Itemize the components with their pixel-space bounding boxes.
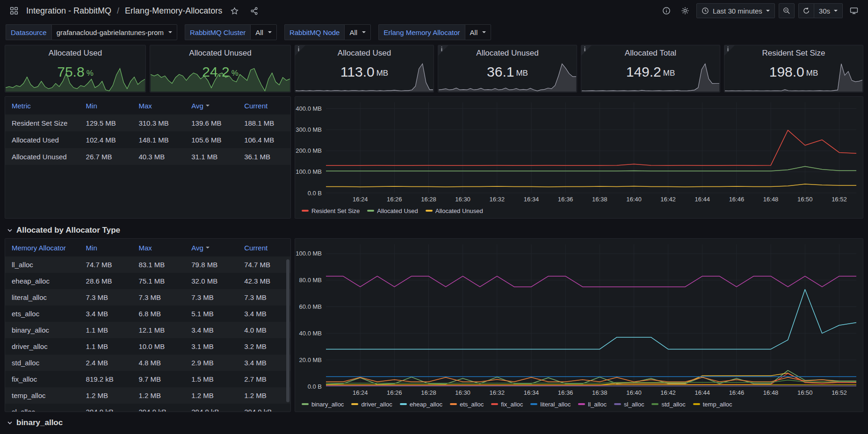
legend-item-ll-alloc[interactable]: ll_alloc	[578, 401, 607, 408]
column-header-memory-allocator[interactable]: Memory Allocator	[5, 244, 80, 252]
cell-value: 1.2 MB	[80, 391, 132, 399]
row-title: Allocated by Allocator Type	[16, 226, 120, 235]
column-header-max[interactable]: Max	[132, 244, 185, 252]
legend-item-allocated-used[interactable]: Allocated Used	[367, 207, 418, 214]
svg-text:100.0 MB: 100.0 MB	[296, 168, 322, 175]
chevron-down-icon	[482, 31, 486, 33]
panel-info-corner-icon[interactable]	[295, 45, 305, 56]
cell-value: 106.4 MB	[238, 136, 290, 144]
row-title: binary_alloc	[16, 418, 63, 427]
legend-series-label: fix_alloc	[501, 401, 523, 408]
row-toggle-binary-alloc[interactable]: binary_alloc	[5, 416, 863, 430]
legend-series-swatch	[351, 403, 358, 405]
dashboard-insights-icon[interactable]	[659, 3, 674, 18]
cell-value: 105.6 MB	[185, 136, 238, 144]
column-header-current[interactable]: Current	[238, 244, 290, 252]
sort-desc-icon	[206, 105, 210, 107]
table-row: Allocated Used102.4 MB148.1 MB105.6 MB10…	[5, 131, 290, 148]
cell-value: 74.7 MB	[238, 261, 290, 269]
legend-series-swatch	[651, 403, 658, 405]
svg-text:16:32: 16:32	[490, 389, 505, 396]
share-icon[interactable]	[246, 3, 261, 18]
dashboard-settings-gear-icon[interactable]	[678, 3, 693, 18]
kiosk-monitor-icon[interactable]	[846, 3, 861, 18]
table-body: ll_alloc74.7 MB83.1 MB79.8 MB74.7 MBehea…	[5, 256, 290, 412]
legend-item-driver-alloc[interactable]: driver_alloc	[351, 401, 392, 408]
legend-series-label: eheap_alloc	[410, 401, 442, 408]
cell-value: 7.3 MB	[238, 293, 290, 301]
cell-value: 1.2 MB	[185, 391, 238, 399]
svg-text:80.0 MB: 80.0 MB	[299, 277, 322, 284]
svg-text:16:50: 16:50	[797, 196, 813, 203]
node-select[interactable]: All	[344, 24, 371, 40]
cell-value: 7.3 MB	[132, 293, 185, 301]
variable-label: Erlang Memory Allocator	[378, 24, 464, 40]
allocator-select[interactable]: All	[465, 24, 492, 40]
selected-value: grafanacloud-gabrielantunes-prom	[57, 28, 164, 36]
row-toggle-allocated-by-allocator-type[interactable]: Allocated by Allocator Type	[5, 222, 863, 238]
legend-item-allocated-unused[interactable]: Allocated Unused	[426, 207, 483, 214]
favorite-star-icon[interactable]	[227, 3, 242, 18]
cell-value: 26.7 MB	[80, 153, 132, 161]
legend-item-std-alloc[interactable]: std_alloc	[651, 401, 685, 408]
apps-grid-icon[interactable]	[7, 3, 22, 18]
timeseries-chart[interactable]: 0.0 B100.0 MB200.0 MB300.0 MB400.0 MB16:…	[295, 97, 863, 205]
svg-text:40.0 MB: 40.0 MB	[299, 330, 322, 337]
column-header-current[interactable]: Current	[238, 102, 290, 110]
legend-series-label: binary_alloc	[311, 401, 344, 408]
scrollbar-thumb[interactable]	[286, 259, 289, 402]
svg-text:16:44: 16:44	[695, 389, 710, 396]
chevron-down-icon	[7, 420, 13, 426]
cluster-select[interactable]: All	[250, 24, 277, 40]
cell-value: 10.0 MB	[132, 342, 185, 350]
table-row: binary_alloc1.1 MB12.1 MB3.4 MB4.0 MB	[5, 322, 290, 338]
column-header-avg[interactable]: Avg	[185, 102, 238, 110]
column-header-avg[interactable]: Avg	[185, 244, 238, 252]
panel-info-corner-icon[interactable]	[438, 45, 448, 56]
cell-value: 28.6 MB	[80, 277, 132, 285]
legend-series-label: ets_alloc	[460, 401, 484, 408]
svg-text:16:40: 16:40	[626, 196, 642, 203]
legend-item-fix-alloc[interactable]: fix_alloc	[491, 401, 523, 408]
chevron-down-icon	[362, 31, 366, 33]
breadcrumb-page-title[interactable]: Erlang-Memory-Allocators	[125, 6, 222, 16]
refresh-icon	[803, 7, 810, 14]
svg-text:20.0 MB: 20.0 MB	[299, 356, 322, 363]
time-range-picker[interactable]: Last 30 minutes	[696, 3, 775, 18]
row-label: driver_alloc	[5, 342, 80, 350]
panel-info-corner-icon[interactable]	[724, 45, 735, 56]
legend-item-resident-set-size[interactable]: Resident Set Size	[302, 207, 360, 214]
column-header-min[interactable]: Min	[80, 244, 132, 252]
legend-series-label: Resident Set Size	[311, 207, 360, 214]
legend-item-temp-alloc[interactable]: temp_alloc	[693, 401, 732, 408]
svg-text:16:26: 16:26	[387, 196, 402, 203]
row-label: ets_alloc	[5, 310, 80, 318]
zoom-out-button[interactable]	[779, 3, 795, 18]
cell-value: 294.9 kB	[185, 408, 238, 412]
cell-value: 3.2 MB	[238, 342, 290, 350]
svg-text:16:46: 16:46	[729, 389, 745, 396]
column-header-max[interactable]: Max	[132, 102, 185, 110]
svg-text:100.0 MB: 100.0 MB	[296, 250, 322, 257]
table-row: Resident Set Size129.5 MB310.3 MB139.6 M…	[5, 114, 290, 131]
refresh-button[interactable]	[798, 3, 814, 18]
timeseries-chart[interactable]: 0.0 B20.0 MB40.0 MB60.0 MB80.0 MB100.0 M…	[295, 239, 863, 398]
legend-item-sl-alloc[interactable]: sl_alloc	[614, 401, 644, 408]
legend-series-label: ll_alloc	[588, 401, 607, 408]
row-label: std_alloc	[5, 359, 80, 367]
stats-row: Allocated Used 75.8% Allocated Unused 24…	[5, 45, 863, 92]
selected-value: All	[470, 28, 478, 36]
panel-info-corner-icon[interactable]	[581, 45, 592, 56]
datasource-select[interactable]: grafanacloud-gabrielantunes-prom	[51, 24, 177, 40]
column-header-min[interactable]: Min	[80, 102, 132, 110]
legend-item-literal-alloc[interactable]: literal_alloc	[530, 401, 571, 408]
refresh-interval-dropdown[interactable]: 30s	[814, 3, 843, 18]
legend-item-eheap-alloc[interactable]: eheap_alloc	[400, 401, 442, 408]
stat-panel-allocated-total: Allocated Total 149.2MB	[581, 45, 720, 92]
legend-item-binary-alloc[interactable]: binary_alloc	[302, 401, 344, 408]
column-header-metric[interactable]: Metric	[5, 102, 80, 110]
legend-item-ets-alloc[interactable]: ets_alloc	[450, 401, 484, 408]
variable-rabbitmq-cluster: RabbitMQ Cluster All	[185, 24, 277, 40]
breadcrumb-section[interactable]: Integration - RabbitMQ	[26, 6, 111, 16]
stat-value: 75.8%	[57, 58, 94, 92]
